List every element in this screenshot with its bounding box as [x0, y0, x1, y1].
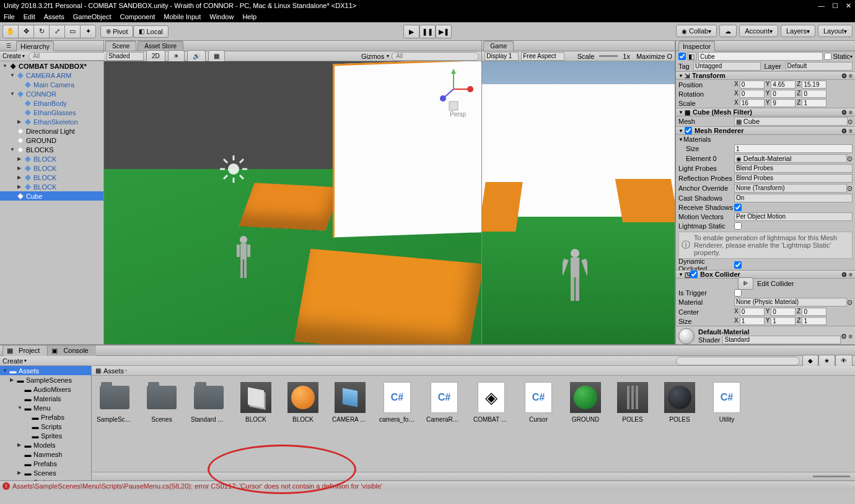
name-field[interactable] — [698, 52, 823, 61]
collab-button[interactable]: ◉ Collab ▾ — [676, 25, 717, 37]
scene-search[interactable] — [392, 52, 479, 61]
gear-icon[interactable]: ⚙ ≡ — [841, 332, 853, 341]
recv-checkbox[interactable] — [734, 204, 742, 211]
meshrenderer-header[interactable]: ▼ Mesh Renderer⚙ ≡ — [676, 126, 855, 135]
gizmos-dropdown[interactable]: Gizmos — [361, 53, 384, 60]
project-tree-item[interactable]: ▬Materials — [0, 394, 91, 403]
hierarchy-item[interactable]: ▼BLOCKS — [0, 145, 103, 154]
rot-z[interactable] — [802, 90, 826, 98]
project-tree-item[interactable]: ▶▬SampleScenes — [0, 375, 91, 385]
move-tool-icon[interactable]: ✥ — [18, 25, 34, 38]
orientation-gizmo[interactable] — [432, 67, 475, 111]
tag-dropdown[interactable]: Untagged — [693, 62, 761, 71]
thumbnail-slider[interactable] — [813, 476, 850, 477]
hierarchy-item[interactable]: Directional Light — [0, 126, 103, 136]
pos-x[interactable] — [740, 80, 765, 89]
hierarchy-item[interactable]: Cube — [0, 191, 103, 201]
project-create[interactable]: Create — [2, 357, 23, 365]
physmat-field[interactable]: None (Physic Material) — [734, 298, 847, 306]
project-search[interactable] — [676, 357, 800, 365]
account-button[interactable]: Account ▾ — [739, 25, 778, 37]
hierarchy-item[interactable]: EthanBody — [0, 98, 103, 108]
audio-icon[interactable]: 🔊 — [187, 50, 206, 63]
star-icon[interactable]: ★ — [818, 355, 835, 367]
transform-tool-icon[interactable]: ✦ — [80, 25, 96, 38]
project-tree-item[interactable]: ▼▬Menu — [0, 403, 91, 412]
minimize-icon[interactable]: — — [818, 2, 825, 10]
lightmap-checkbox[interactable] — [734, 222, 742, 230]
motion-dropdown[interactable]: Per Object Motion — [734, 212, 853, 221]
game-tab[interactable]: Game — [483, 41, 514, 51]
mat-size[interactable] — [734, 144, 853, 153]
close-icon[interactable]: ✕ — [846, 2, 851, 10]
rect-tool-icon[interactable]: ▭ — [64, 25, 81, 38]
scale-x[interactable] — [740, 99, 765, 107]
console-tab[interactable]: ▣ Console — [48, 345, 95, 356]
layout-button[interactable]: Layout ▾ — [818, 25, 853, 37]
anchor-field[interactable]: None (Transform) — [734, 184, 847, 193]
asset-item[interactable]: Scenes — [144, 381, 180, 423]
project-tree-item[interactable]: ▬Scripts — [0, 422, 91, 431]
hierarchy-item[interactable]: ▶EthanSkeleton — [0, 117, 103, 126]
edit-collider-button[interactable]: ᐈ — [738, 277, 753, 290]
hierarchy-search[interactable] — [28, 52, 116, 61]
hierarchy-item[interactable]: Main Camera — [0, 80, 103, 89]
el0-field[interactable]: ◉ Default-Material — [734, 154, 847, 163]
project-tree-item[interactable]: ▬Navmesh — [0, 450, 91, 459]
fx-icon[interactable]: ▦ — [208, 50, 225, 63]
dynocc-checkbox[interactable] — [734, 261, 742, 269]
gear-icon[interactable]: ⚙ ≡ — [841, 128, 853, 134]
hierarchy-item[interactable]: ▶BLOCK — [0, 173, 103, 182]
project-tree-item[interactable]: ▼▬Assets — [0, 366, 91, 375]
active-checkbox[interactable] — [678, 53, 686, 60]
project-tree-item[interactable]: ▶▬Scenes — [0, 468, 91, 477]
gear-icon[interactable]: ⚙ ≡ — [841, 271, 853, 278]
assetstore-tab[interactable]: Asset Store — [138, 41, 183, 51]
asset-item[interactable]: C#camera_follo... — [379, 381, 415, 423]
breadcrumb[interactable]: ▦ Assets › — [92, 366, 855, 376]
hierarchy-item[interactable]: ▼CONNOR — [0, 89, 103, 98]
meshfilter-header[interactable]: ▼▦ Cube (Mesh Filter)⚙ ≡ — [676, 108, 855, 116]
asset-item[interactable]: ◈COMBAT SAN... — [473, 381, 509, 423]
asset-item[interactable]: BLOCK — [238, 381, 274, 423]
gear-icon[interactable]: ⚙ ≡ — [841, 72, 853, 79]
asset-item[interactable]: CAMERA ARM — [332, 381, 368, 423]
menu-gameobject[interactable]: GameObject — [73, 13, 112, 20]
transform-header[interactable]: ▼⇲ Transform⚙ ≡ — [676, 71, 855, 80]
menu-window[interactable]: Window — [209, 13, 234, 20]
pivot-button[interactable]: ⊕ Pivot — [100, 25, 133, 38]
asset-item[interactable]: C#CameraRaycast... — [426, 381, 462, 423]
static-checkbox[interactable] — [824, 53, 831, 60]
project-tree-item[interactable]: ▬Prefabs — [0, 412, 91, 422]
cloud-button[interactable]: ☁ — [719, 25, 737, 37]
rot-y[interactable] — [771, 90, 796, 98]
scene-row[interactable]: ▼◈COMBAT SANDBOX* — [0, 61, 103, 71]
display-dropdown[interactable]: Display 1 — [484, 52, 519, 61]
asset-item[interactable]: C#Utility — [709, 381, 745, 423]
project-tab[interactable]: ▦ Project — [2, 345, 48, 356]
material-row[interactable]: Default-Material Shader Standard ⚙ ≡ — [676, 326, 855, 344]
pos-y[interactable] — [771, 80, 796, 89]
rotate-tool-icon[interactable]: ↻ — [33, 25, 50, 38]
hierarchy-item[interactable]: ▶BLOCK — [0, 154, 103, 163]
boxcollider-header[interactable]: ▼◳ Box Collider⚙ ≡ — [676, 270, 855, 279]
hierarchy-item[interactable]: ▶BLOCK — [0, 182, 103, 191]
play-button[interactable]: ▶ — [403, 25, 419, 38]
menu-help[interactable]: Help — [242, 13, 256, 20]
hierarchy-tab[interactable]: Hierarchy — [16, 41, 54, 51]
asset-item[interactable]: C#Cursor — [520, 381, 556, 423]
scene-tab[interactable]: Scene — [105, 41, 136, 51]
asset-item[interactable]: POLES — [662, 381, 698, 423]
menu-mobileinput[interactable]: Mobile Input — [164, 13, 201, 20]
menu-assets[interactable]: Assets — [44, 13, 64, 20]
trigger-checkbox[interactable] — [734, 289, 742, 297]
asset-item[interactable]: SampleScenes — [97, 381, 133, 423]
scene-view[interactable]: Persp — [104, 61, 481, 344]
menu-component[interactable]: Component — [120, 13, 155, 20]
maximize-icon[interactable]: ☐ — [832, 2, 838, 10]
status-bar[interactable]: ! Assets\SampleScenes\Menu\Scripts\Pause… — [0, 480, 855, 490]
hierarchy-item[interactable]: EthanGlasses — [0, 108, 103, 117]
hierarchy-item[interactable]: ▼CAMERA ARM — [0, 71, 103, 80]
layers-button[interactable]: Layers ▾ — [781, 25, 815, 37]
project-tree-item[interactable]: ▬Scripts — [0, 477, 91, 480]
